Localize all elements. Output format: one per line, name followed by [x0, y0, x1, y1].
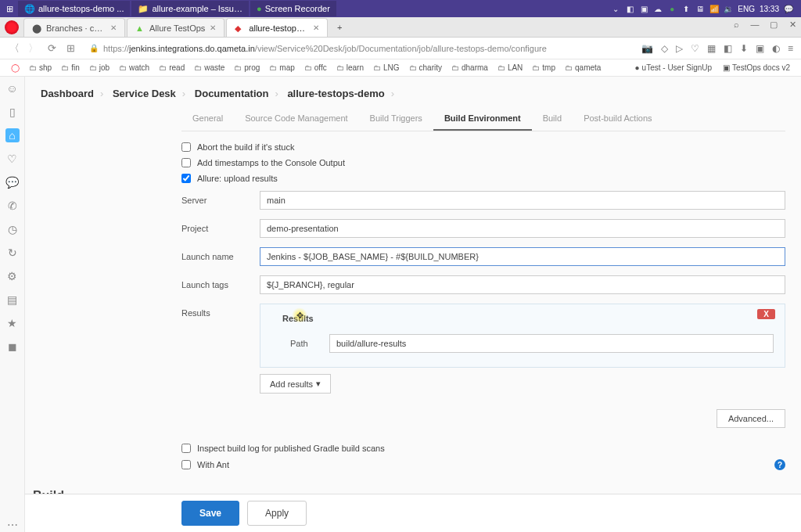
bookmark-folder[interactable]: 🗀tmp: [529, 62, 559, 74]
project-select[interactable]: [260, 219, 785, 238]
results-path-input[interactable]: [329, 334, 774, 353]
bookmark-icon[interactable]: ▯: [5, 105, 20, 119]
speed-dial-icon[interactable]: ⊞: [64, 42, 77, 54]
help-icon[interactable]: ?: [774, 459, 785, 470]
crumb-service-desk[interactable]: Service Desk: [113, 88, 176, 99]
taskbar-app-0[interactable]: 🌐allure-testops-demo ...: [18, 1, 130, 16]
tab-general[interactable]: General: [181, 107, 234, 131]
browser-tab-2[interactable]: ◆allure-testops-demo Conf…✕: [226, 18, 328, 37]
user-icon[interactable]: ☺: [5, 81, 20, 95]
taskbar-app-2[interactable]: ●Screen Recorder: [250, 1, 336, 16]
tray-volume-icon[interactable]: 🔉: [724, 4, 733, 13]
checkbox-gradle-scans[interactable]: [181, 444, 191, 453]
bookmark-link[interactable]: ● uTest - User SignUp: [632, 62, 716, 74]
bookmark-folder[interactable]: 🗀map: [266, 62, 297, 74]
heart-icon[interactable]: ♡: [5, 152, 20, 166]
tray-icon[interactable]: ●: [667, 4, 677, 13]
tab-post-build[interactable]: Post-build Actions: [573, 107, 663, 131]
checkbox-with-ant[interactable]: [181, 460, 191, 469]
search-icon[interactable]: ⌕: [731, 20, 742, 30]
tray-wifi-icon[interactable]: 📶: [709, 4, 719, 13]
messenger-icon[interactable]: 💬: [5, 175, 20, 189]
tray-icon[interactable]: ▣: [639, 4, 648, 13]
apply-button[interactable]: Apply: [247, 501, 307, 526]
bookmark-folder[interactable]: 🗀waste: [191, 62, 228, 74]
launch-tags-input[interactable]: [260, 275, 785, 294]
tab-scm[interactable]: Source Code Management: [234, 107, 358, 131]
save-button[interactable]: Save: [181, 501, 239, 526]
play-icon[interactable]: ▷: [676, 43, 683, 54]
advanced-button[interactable]: Advanced...: [717, 409, 785, 428]
history-icon[interactable]: ↻: [5, 246, 20, 260]
crumb-documentation[interactable]: Documentation: [195, 88, 269, 99]
heart-icon[interactable]: ♡: [691, 43, 699, 54]
download-icon[interactable]: ⬇: [740, 43, 748, 54]
forward-button[interactable]: 〉: [27, 41, 39, 56]
ext-icon[interactable]: ▣: [756, 43, 764, 54]
close-window-icon[interactable]: ✕: [787, 20, 798, 30]
close-icon[interactable]: ✕: [313, 23, 319, 32]
bookmark-folder[interactable]: 🗀charity: [406, 62, 445, 74]
whatsapp-icon[interactable]: ✆: [5, 199, 20, 213]
chart-icon[interactable]: ▤: [5, 293, 20, 307]
crumb-job[interactable]: allure-testops-demo: [287, 88, 384, 99]
tab-build[interactable]: Build: [532, 107, 573, 131]
tray-icon[interactable]: ⬆: [681, 4, 691, 13]
ext-icon[interactable]: ◐: [772, 43, 780, 54]
url-field[interactable]: 🔒 https://jenkins.integrations.do.qameta…: [83, 41, 635, 56]
shield-icon[interactable]: ◇: [661, 43, 668, 54]
ext-icon[interactable]: ◧: [724, 43, 732, 54]
back-button[interactable]: 〈: [8, 41, 20, 56]
tray-chevron-icon[interactable]: ⌄: [611, 4, 620, 13]
add-results-button[interactable]: Add results ▾: [260, 374, 331, 394]
bookmark-folder[interactable]: 🗀dharma: [448, 62, 491, 74]
opera-logo-icon[interactable]: [5, 20, 19, 34]
crumb-dashboard[interactable]: Dashboard: [41, 88, 94, 99]
tray-notification-icon[interactable]: 💬: [784, 4, 793, 13]
bookmark-folder[interactable]: 🗀prog: [231, 62, 263, 74]
bookmark-folder[interactable]: 🗀read: [156, 62, 188, 74]
tray-clock[interactable]: 13:33: [760, 5, 779, 13]
reload-button[interactable]: ⟳: [45, 42, 58, 54]
tab-build-env[interactable]: Build Environment: [433, 107, 532, 131]
close-icon[interactable]: ✕: [210, 23, 216, 32]
tray-language[interactable]: ENG: [738, 5, 755, 13]
taskbar-app-1[interactable]: 📁allure-example – Issu…: [131, 1, 249, 16]
tray-icon[interactable]: ☁: [653, 4, 663, 13]
checkbox-timestamps[interactable]: [181, 158, 191, 167]
tab-triggers[interactable]: Build Triggers: [359, 107, 433, 131]
start-button[interactable]: ⊞: [3, 1, 16, 16]
new-tab-button[interactable]: +: [329, 18, 350, 37]
maximize-icon[interactable]: ▢: [768, 20, 779, 30]
clock-icon[interactable]: ◷: [5, 222, 20, 236]
checkbox-allure[interactable]: [181, 174, 191, 183]
minimize-icon[interactable]: —: [749, 20, 760, 30]
square-icon[interactable]: ◼: [5, 340, 20, 354]
ext-icon[interactable]: ▦: [707, 43, 716, 54]
browser-tab-0[interactable]: ⬤Branches · cheshi-mantu…✕: [23, 18, 125, 37]
checkbox-abort[interactable]: [181, 142, 191, 152]
bookmark-folder[interactable]: 🗀shp: [26, 62, 55, 74]
ext-icon[interactable]: ≡: [788, 43, 793, 54]
opera-icon[interactable]: ◯: [8, 62, 23, 74]
tray-icon[interactable]: ◧: [625, 4, 634, 13]
bookmark-folder[interactable]: 🗀offc: [301, 62, 330, 74]
settings-icon[interactable]: ⚙: [5, 269, 20, 283]
bookmark-link[interactable]: ▣ TestOps docs v2: [720, 62, 793, 74]
bookmark-folder[interactable]: 🗀LNG: [370, 62, 403, 74]
bookmark-folder[interactable]: 🗀fin: [58, 62, 83, 74]
more-icon[interactable]: ⋯: [5, 518, 20, 532]
browser-tab-1[interactable]: ▲Allure TestOps✕: [127, 18, 224, 37]
home-icon[interactable]: ⌂: [5, 128, 20, 142]
bookmark-folder[interactable]: 🗀watch: [116, 62, 153, 74]
close-icon[interactable]: ✕: [110, 23, 117, 32]
tray-icon[interactable]: 🖥: [695, 4, 705, 13]
bookmark-folder[interactable]: 🗀learn: [333, 62, 367, 74]
bookmark-folder[interactable]: 🗀qameta: [562, 62, 604, 74]
bookmark-folder[interactable]: 🗀job: [86, 62, 113, 74]
server-select[interactable]: [260, 191, 785, 210]
launch-name-input[interactable]: [260, 247, 785, 266]
star-icon[interactable]: ★: [5, 316, 20, 330]
bookmark-folder[interactable]: 🗀LAN: [494, 62, 526, 74]
camera-icon[interactable]: 📷: [641, 43, 653, 54]
